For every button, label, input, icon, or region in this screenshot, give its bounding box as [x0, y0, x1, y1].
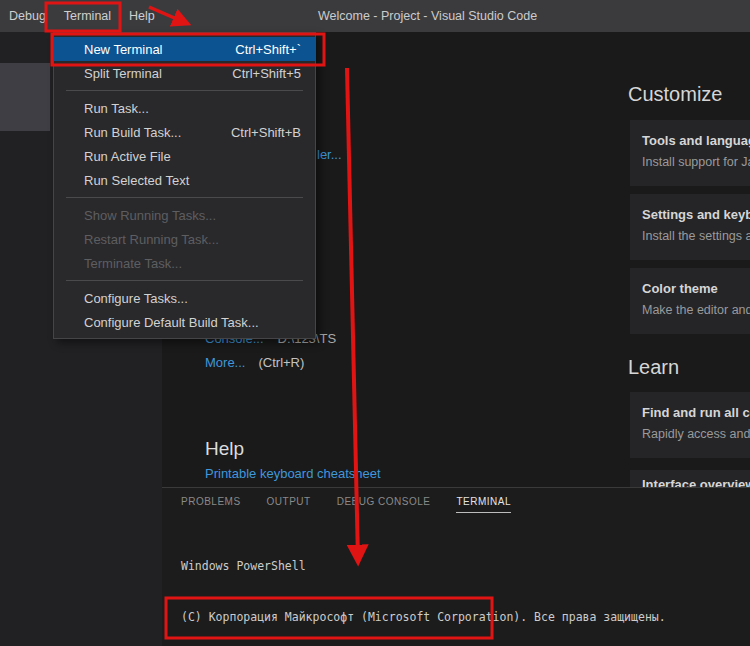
menu-item-label: Run Active File — [84, 149, 171, 164]
terminal-menu: New Terminal Ctrl+Shift+` Split Terminal… — [53, 32, 316, 339]
learn-heading: Learn — [628, 356, 679, 379]
card-find-run-commands[interactable]: Find and run all comm Rapidly access and… — [630, 392, 750, 458]
menu-item-label: Show Running Tasks... — [84, 208, 216, 223]
help-cheatsheet-link[interactable]: Printable keyboard cheatsheet — [205, 466, 381, 481]
card-title: Find and run all comm — [642, 405, 750, 420]
menu-item-terminate-task: Terminate Task... — [54, 251, 315, 275]
menu-item-label: Terminate Task... — [84, 256, 182, 271]
menu-item-run-build-task[interactable]: Run Build Task... Ctrl+Shift+B — [54, 120, 315, 144]
menu-item-label: Run Build Task... — [84, 125, 181, 140]
menu-separator — [66, 197, 303, 198]
vscode-window: Debug Terminal Help Welcome - Project - … — [0, 0, 750, 646]
menu-item-label: Configure Default Build Task... — [84, 315, 259, 330]
help-heading: Help — [205, 438, 244, 460]
menu-item-configure-default-build-task[interactable]: Configure Default Build Task... — [54, 310, 315, 334]
customize-heading: Customize — [628, 83, 722, 106]
sidebar-section — [0, 63, 50, 131]
card-tools-languages[interactable]: Tools and languages Install support for … — [630, 120, 750, 186]
card-title: Settings and keybindings — [642, 207, 750, 222]
menu-item-label: New Terminal — [84, 42, 163, 57]
menu-item-label: Configure Tasks... — [84, 291, 188, 306]
menu-item-run-task[interactable]: Run Task... — [54, 96, 315, 120]
tab-output[interactable]: OUTPUT — [267, 496, 311, 513]
recent-more-row: More...(Ctrl+R) — [205, 355, 304, 370]
card-title: Tools and languages — [642, 133, 750, 148]
menu-item-show-running-tasks: Show Running Tasks... — [54, 203, 315, 227]
menu-item-configure-tasks[interactable]: Configure Tasks... — [54, 286, 315, 310]
terminal-line: (C) Корпорация Майкрософт (Microsoft Cor… — [181, 609, 735, 626]
menu-item-split-terminal[interactable]: Split Terminal Ctrl+Shift+5 — [54, 61, 315, 85]
menu-item-label: Run Task... — [84, 101, 149, 116]
more-shortcut: (Ctrl+R) — [258, 355, 304, 370]
menu-item-restart-running-task: Restart Running Task... — [54, 227, 315, 251]
menu-item-label: Run Selected Text — [84, 173, 189, 188]
terminal-content[interactable]: Windows PowerShell (C) Корпорация Майкро… — [181, 524, 735, 646]
card-title: Color theme — [642, 281, 750, 296]
card-desc: Install the settings an — [642, 229, 750, 243]
menu-separator — [66, 280, 303, 281]
menu-item-run-active-file[interactable]: Run Active File — [54, 144, 315, 168]
card-color-theme[interactable]: Color theme Make the editor and — [630, 268, 750, 334]
menu-item-label: Split Terminal — [84, 66, 162, 81]
card-desc: Install support for Ja — [642, 155, 750, 169]
menu-item-run-selected-text[interactable]: Run Selected Text — [54, 168, 315, 192]
menu-debug[interactable]: Debug — [0, 0, 55, 32]
menu-item-shortcut: Ctrl+Shift+` — [235, 42, 301, 57]
menu-item-shortcut: Ctrl+Shift+B — [231, 125, 301, 140]
menu-help[interactable]: Help — [120, 0, 164, 32]
clipped-link-fragment[interactable]: ler... — [317, 147, 342, 162]
tab-problems[interactable]: PROBLEMS — [181, 496, 241, 513]
menu-terminal[interactable]: Terminal — [55, 0, 120, 32]
window-title: Welcome - Project - Visual Studio Code — [318, 0, 537, 32]
card-desc: Rapidly access and s — [642, 427, 750, 441]
more-link[interactable]: More... — [205, 355, 245, 370]
tab-terminal[interactable]: TERMINAL — [456, 496, 511, 513]
card-desc: Make the editor and — [642, 303, 750, 317]
menu-item-label: Restart Running Task... — [84, 232, 219, 247]
panel-tabs: PROBLEMS OUTPUT DEBUG CONSOLE TERMINAL — [181, 496, 511, 513]
menu-separator — [66, 90, 303, 91]
terminal-line: Windows PowerShell — [181, 558, 735, 575]
menu-item-new-terminal[interactable]: New Terminal Ctrl+Shift+` — [54, 37, 315, 61]
bottom-panel: PROBLEMS OUTPUT DEBUG CONSOLE TERMINAL W… — [162, 487, 750, 646]
menu-item-shortcut: Ctrl+Shift+5 — [232, 66, 301, 81]
tab-debug-console[interactable]: DEBUG CONSOLE — [337, 496, 431, 513]
card-settings-keybindings[interactable]: Settings and keybindings Install the set… — [630, 194, 750, 260]
